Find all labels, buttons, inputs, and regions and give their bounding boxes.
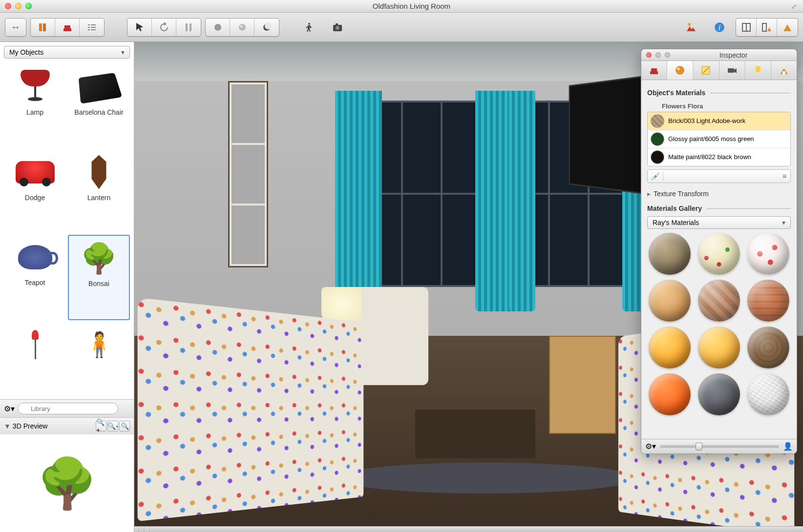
- inspector-close-button[interactable]: [646, 52, 652, 58]
- 3d-view-button[interactable]: [777, 19, 798, 36]
- select-tool-button[interactable]: [127, 19, 152, 36]
- material-swatch[interactable]: [698, 280, 740, 322]
- picker-menu-icon[interactable]: ≡: [779, 172, 790, 180]
- preview-section: ▼ 3D Preview 🔍+ 🔍- 🔍 🌳: [0, 417, 134, 532]
- tab-building[interactable]: [771, 61, 797, 80]
- material-swatch[interactable]: [649, 373, 691, 415]
- svg-rect-21: [728, 68, 734, 73]
- lantern-icon: [75, 153, 124, 192]
- object-category-select[interactable]: My Objects: [4, 46, 130, 59]
- tab-materials[interactable]: [667, 61, 693, 80]
- inspector-titlebar[interactable]: Inspector: [641, 49, 797, 61]
- object-item-dodge[interactable]: Dodge: [4, 150, 66, 233]
- material-swatch[interactable]: [747, 373, 789, 415]
- svg-point-5: [239, 24, 246, 31]
- material-swatch[interactable]: [747, 280, 789, 322]
- inspector-minimize-button[interactable]: [655, 52, 661, 58]
- window-controls: [0, 3, 32, 9]
- window-titlebar: Oldfashion Living Room ⤢: [0, 0, 803, 13]
- material-swatch[interactable]: [649, 327, 691, 368]
- inspector-zoom-button[interactable]: [665, 52, 670, 58]
- tab-dimensions[interactable]: [693, 61, 719, 80]
- tab-lighting[interactable]: [745, 61, 771, 80]
- sphere-button[interactable]: [230, 19, 254, 36]
- material-swatch[interactable]: [649, 280, 691, 322]
- fullscreen-icon[interactable]: ⤢: [791, 2, 799, 10]
- svg-rect-17: [762, 23, 766, 31]
- preview-title: 3D Preview: [13, 422, 48, 430]
- zoom-out-button[interactable]: 🔍-: [107, 421, 118, 431]
- material-label: Matte paint/8022 black brown: [668, 153, 751, 161]
- window-title: Oldfashion Living Room: [32, 2, 791, 10]
- eyedropper-icon[interactable]: 💉: [648, 172, 663, 181]
- close-window-button[interactable]: [5, 3, 11, 9]
- object-item-tulip[interactable]: [4, 322, 66, 398]
- svg-rect-3: [190, 23, 191, 31]
- material-swatch-icon: [651, 132, 664, 146]
- material-row[interactable]: Matte paint/8022 black brown: [648, 148, 790, 166]
- sidebar-footer: ⚙︎▾: [0, 399, 134, 417]
- preview-canvas[interactable]: 🌳: [0, 434, 134, 532]
- zoom-in-button[interactable]: 🔍+: [96, 421, 106, 431]
- object-item-lantern[interactable]: Lantern: [68, 150, 130, 233]
- minimize-window-button[interactable]: [15, 3, 21, 9]
- inspector-gear-icon[interactable]: ⚙︎▾: [645, 442, 656, 451]
- user-icon[interactable]: 👤: [783, 442, 793, 451]
- material-label: Brick/003 Light Adobe-work: [668, 117, 745, 125]
- library-search-input[interactable]: [18, 403, 118, 414]
- list-view-button[interactable]: [80, 19, 104, 36]
- svg-point-18: [676, 66, 684, 75]
- thumbnail-size-slider[interactable]: [660, 445, 779, 448]
- building-library-button[interactable]: [31, 19, 55, 36]
- object-item-lamp[interactable]: Lamp: [4, 64, 66, 148]
- material-swatch[interactable]: [698, 373, 740, 415]
- svg-point-19: [677, 67, 680, 70]
- object-item-chair[interactable]: Barselona Chair: [68, 64, 130, 148]
- record-button[interactable]: [206, 19, 230, 36]
- object-item-bonsai[interactable]: 🌳 Bonsai: [68, 235, 130, 320]
- texture-transform-disclosure[interactable]: Texture Transform: [647, 190, 791, 198]
- info-button[interactable]: i: [707, 19, 732, 36]
- svg-point-10: [336, 26, 339, 30]
- disclosure-icon[interactable]: ▼: [4, 422, 11, 430]
- eclipse-button[interactable]: [254, 19, 279, 36]
- material-swatch[interactable]: [698, 233, 740, 275]
- gallery-category-select[interactable]: Ray's Materials: [647, 216, 791, 229]
- svg-point-6: [240, 25, 242, 27]
- material-row[interactable]: Glossy paint/6005 moss green: [648, 130, 790, 148]
- svg-point-8: [265, 22, 272, 29]
- viewport-splitter[interactable]: ⋮⋮⋮: [134, 526, 803, 532]
- warehouse-button[interactable]: [679, 19, 703, 36]
- back-button[interactable]: ↔: [5, 19, 26, 36]
- inspector-footer: ⚙︎▾ 👤: [641, 439, 797, 453]
- snapshot-button[interactable]: [325, 19, 350, 36]
- material-swatch[interactable]: [649, 233, 691, 275]
- zoom-window-button[interactable]: [25, 3, 32, 9]
- rotate-tool-button[interactable]: [152, 19, 176, 36]
- object-item-teapot[interactable]: Teapot: [4, 235, 66, 320]
- material-row[interactable]: Brick/003 Light Adobe-work: [648, 112, 790, 130]
- object-label: Lamp: [26, 108, 43, 116]
- bonsai-icon: 🌳: [75, 239, 124, 278]
- svg-rect-0: [39, 23, 42, 31]
- furniture-library-button[interactable]: [55, 19, 80, 36]
- tab-object[interactable]: [641, 61, 667, 80]
- material-swatch[interactable]: [747, 233, 789, 275]
- tab-camera[interactable]: [719, 61, 745, 80]
- object-label: Barselona Chair: [74, 108, 123, 116]
- material-swatch[interactable]: [747, 327, 789, 368]
- floorplan-view-button[interactable]: [736, 19, 757, 36]
- lamp-icon: [11, 67, 60, 106]
- gallery-category-label: Ray's Materials: [653, 219, 699, 226]
- walkthrough-button[interactable]: [297, 19, 321, 36]
- object-item-person[interactable]: 🧍: [68, 322, 130, 398]
- object-category-label: My Objects: [9, 48, 43, 56]
- split-view-button[interactable]: [757, 19, 777, 36]
- zoom-reset-button[interactable]: 🔍: [119, 421, 130, 431]
- nav-arrows: ↔: [5, 18, 26, 37]
- tulip-icon: [11, 325, 60, 364]
- material-swatch[interactable]: [698, 327, 740, 368]
- measure-tool-button[interactable]: [176, 19, 201, 36]
- svg-point-12: [688, 23, 691, 26]
- gear-icon[interactable]: ⚙︎▾: [4, 404, 15, 413]
